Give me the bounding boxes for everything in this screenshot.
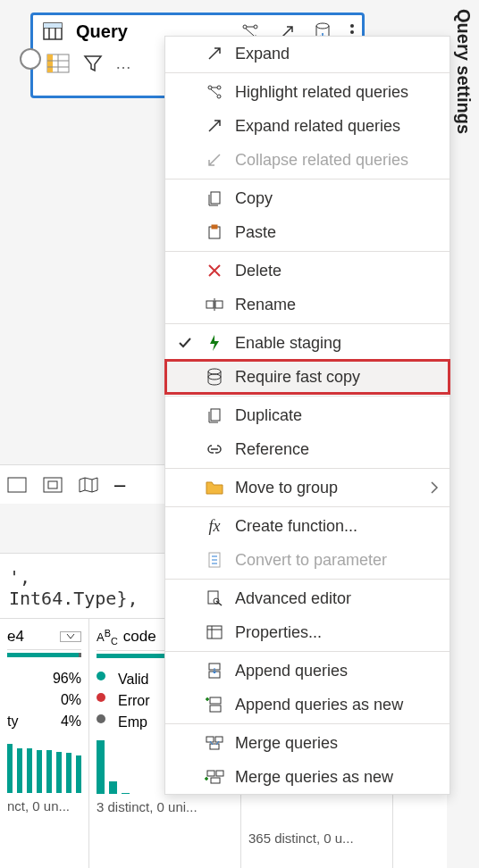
svg-rect-54 bbox=[48, 481, 57, 488]
folder-icon bbox=[205, 478, 224, 497]
svg-rect-32 bbox=[211, 409, 220, 421]
svg-rect-49 bbox=[207, 771, 214, 776]
merge-new-icon bbox=[205, 767, 224, 787]
menu-delete[interactable]: Delete bbox=[165, 254, 450, 288]
menu-require-fast-copy[interactable]: Require fast copy bbox=[165, 360, 450, 394]
menu-highlight-related[interactable]: Highlight related queries bbox=[165, 75, 450, 109]
svg-rect-28 bbox=[215, 301, 223, 308]
dropdown-icon[interactable] bbox=[60, 631, 81, 642]
map-icon[interactable] bbox=[79, 477, 98, 493]
menu-reference[interactable]: Reference bbox=[165, 432, 450, 466]
svg-point-30 bbox=[208, 369, 221, 374]
svg-rect-15 bbox=[47, 54, 53, 72]
append-icon bbox=[205, 661, 224, 680]
svg-rect-24 bbox=[211, 192, 220, 204]
svg-line-9 bbox=[246, 29, 254, 36]
svg-point-6 bbox=[254, 25, 257, 29]
append-new-icon bbox=[205, 695, 224, 714]
minus-icon[interactable]: – bbox=[114, 473, 125, 497]
text-type-icon: ABC bbox=[97, 628, 118, 647]
expand-icon bbox=[205, 44, 224, 63]
formula-bar-fragment: ', Int64.Type}, bbox=[0, 553, 164, 622]
copy-icon bbox=[205, 188, 224, 208]
column-header[interactable]: e4 bbox=[7, 624, 81, 650]
table-icon bbox=[42, 21, 63, 42]
properties-icon bbox=[205, 622, 224, 642]
svg-rect-39 bbox=[207, 626, 222, 638]
svg-point-31 bbox=[208, 374, 221, 380]
menu-append-queries-new[interactable]: Append queries as new bbox=[165, 688, 450, 722]
expand-related-icon bbox=[205, 116, 224, 136]
svg-point-20 bbox=[217, 86, 221, 89]
menu-expand-related[interactable]: Expand related queries bbox=[165, 109, 450, 143]
svg-rect-44 bbox=[210, 697, 221, 704]
menu-merge-queries[interactable]: Merge queries bbox=[165, 726, 450, 760]
rename-icon bbox=[205, 295, 224, 314]
svg-point-5 bbox=[243, 25, 247, 29]
node-connector bbox=[20, 48, 41, 70]
parameter-icon bbox=[205, 550, 224, 570]
menu-enable-staging[interactable]: Enable staging bbox=[165, 326, 450, 360]
svg-rect-53 bbox=[44, 478, 62, 492]
menu-append-queries[interactable]: Append queries bbox=[165, 654, 450, 688]
ellipsis-icon[interactable]: … bbox=[115, 54, 131, 73]
function-icon: fx bbox=[205, 516, 224, 536]
merge-icon bbox=[205, 733, 224, 753]
menu-properties[interactable]: Properties... bbox=[165, 615, 450, 649]
svg-point-11 bbox=[350, 24, 354, 28]
highlight-related-icon bbox=[205, 82, 224, 102]
svg-rect-48 bbox=[210, 744, 219, 749]
menu-convert-to-parameter: Convert to parameter bbox=[165, 543, 450, 577]
menu-collapse-related: Collapse related queries bbox=[165, 143, 450, 177]
fit-icon[interactable] bbox=[43, 477, 63, 493]
svg-point-21 bbox=[217, 95, 221, 98]
paste-icon bbox=[205, 222, 224, 242]
menu-copy[interactable]: Copy bbox=[165, 181, 450, 215]
staging-icon bbox=[205, 333, 224, 353]
svg-rect-51 bbox=[211, 778, 220, 783]
svg-rect-26 bbox=[212, 225, 217, 229]
svg-rect-50 bbox=[216, 771, 223, 776]
svg-point-19 bbox=[208, 86, 212, 89]
menu-expand[interactable]: Expand bbox=[165, 37, 450, 71]
check-icon bbox=[176, 336, 194, 350]
reference-icon bbox=[205, 439, 224, 459]
advanced-editor-icon bbox=[205, 588, 224, 608]
collapse-related-icon bbox=[205, 150, 224, 170]
fast-copy-icon bbox=[205, 367, 224, 387]
funnel-icon bbox=[83, 54, 103, 73]
tool-icon[interactable] bbox=[7, 477, 27, 493]
svg-rect-45 bbox=[210, 705, 221, 712]
svg-point-10 bbox=[316, 23, 329, 29]
delete-icon bbox=[205, 261, 224, 280]
column-histogram bbox=[7, 739, 81, 793]
svg-rect-4 bbox=[44, 23, 62, 28]
table-small-icon bbox=[46, 53, 71, 74]
menu-duplicate[interactable]: Duplicate bbox=[165, 398, 450, 432]
menu-move-to-group[interactable]: Move to group bbox=[165, 471, 450, 505]
menu-create-function[interactable]: fx Create function... bbox=[165, 509, 450, 543]
query-settings-panel-title: Query settings bbox=[453, 9, 474, 134]
duplicate-icon bbox=[205, 405, 224, 425]
menu-paste[interactable]: Paste bbox=[165, 215, 450, 249]
context-menu: Expand Highlight related queries Expand … bbox=[164, 36, 450, 795]
query-title: Query bbox=[76, 21, 128, 42]
menu-rename[interactable]: Rename bbox=[165, 288, 450, 321]
menu-advanced-editor[interactable]: Advanced editor bbox=[165, 581, 450, 615]
view-toolbar: – bbox=[0, 464, 164, 504]
svg-line-23 bbox=[211, 89, 217, 95]
chevron-right-icon bbox=[430, 480, 439, 495]
svg-point-12 bbox=[350, 30, 354, 34]
svg-rect-27 bbox=[206, 301, 214, 308]
menu-merge-queries-new[interactable]: Merge queries as new bbox=[165, 760, 450, 794]
svg-rect-52 bbox=[8, 478, 26, 492]
